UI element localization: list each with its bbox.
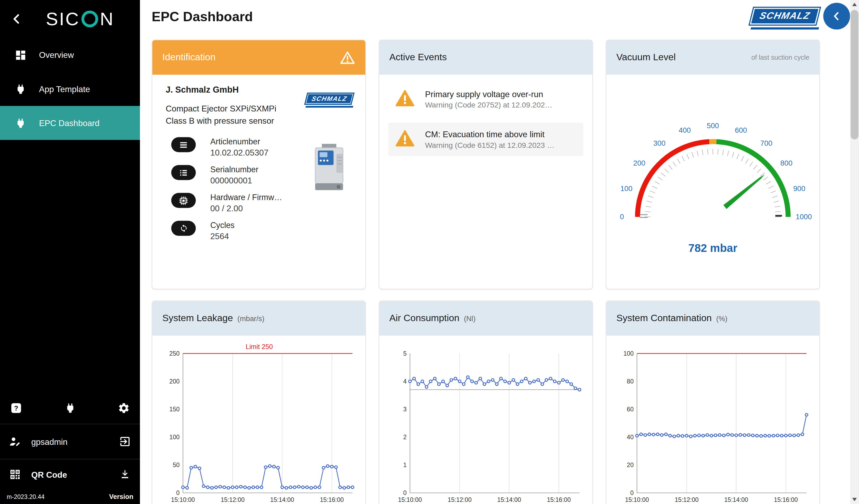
qr-code-icon: [9, 469, 21, 480]
leakage-chart-area: 15:10:0015:12:0015:14:0015:16:0005010015…: [152, 336, 365, 504]
event-title: Primary supply voltage over-run: [425, 89, 553, 99]
field-serialnumber: Serialnumber 000000001: [171, 165, 316, 185]
event-item[interactable]: CM: Evacuation time above limit Warning …: [388, 123, 583, 156]
event-item[interactable]: Primary supply voltage over-run Warning …: [388, 82, 583, 116]
panel-collapse-button[interactable]: [823, 3, 850, 30]
sidebar-item-epc-dashboard[interactable]: EPC Dashboard: [0, 106, 140, 140]
page-title: EPC Dashboard: [152, 9, 253, 25]
field-value: 10.02.02.05307: [210, 148, 269, 157]
plug-icon: [64, 402, 76, 414]
list-icon: [171, 165, 196, 180]
svg-text:4: 4: [403, 378, 407, 385]
svg-text:900: 900: [793, 184, 805, 193]
triangle-down-icon: [853, 498, 857, 501]
leakage-line-chart: 15:10:0015:12:0015:14:0015:16:0005010015…: [159, 339, 358, 504]
sidebar-header: SICN: [0, 0, 140, 38]
vertical-scrollbar[interactable]: [850, 0, 859, 504]
active-events-card-header: Active Events: [379, 40, 592, 75]
sidebar-collapse-button[interactable]: [8, 10, 26, 28]
card-title: Air Consumption: [389, 312, 459, 324]
sync-icon: [171, 221, 196, 236]
contamination-chart-area: 15:10:0015:12:0015:14:0015:16:0002040608…: [606, 336, 819, 504]
svg-text:15:14:00: 15:14:00: [724, 496, 748, 503]
svg-text:700: 700: [760, 139, 772, 147]
air-chart-area: 15:10:0015:12:0015:14:0015:16:00012345: [379, 336, 592, 504]
svg-text:1: 1: [403, 461, 407, 469]
svg-text:3: 3: [403, 406, 407, 413]
svg-text:20: 20: [627, 461, 634, 469]
system-contamination-card: System Contamination (%) 15:10:0015:12:0…: [606, 301, 820, 504]
sidebar-item-label: App Template: [39, 84, 90, 94]
sidebar-item-app-template[interactable]: App Template: [0, 72, 140, 106]
svg-text:60: 60: [627, 406, 634, 413]
app-plug-button[interactable]: [64, 402, 76, 414]
version-label: Version: [109, 493, 133, 501]
logout-button[interactable]: [119, 436, 131, 448]
vacuum-level-card: Vacuum Level of last suction cycle 01002…: [606, 40, 820, 289]
svg-text:15:12:00: 15:12:00: [675, 496, 698, 503]
system-contamination-card-header: System Contamination (%): [606, 301, 819, 335]
chevron-left-icon: [10, 12, 24, 26]
logo-text-pre: SIC: [46, 9, 80, 30]
settings-button[interactable]: [118, 402, 130, 414]
app-window: SICN Overview App Template EPC Dashb: [0, 0, 859, 504]
sicon-logo: SICN: [26, 9, 135, 30]
plug-icon: [15, 83, 27, 95]
svg-text:150: 150: [169, 406, 180, 413]
triangle-up-icon: [853, 3, 857, 6]
scroll-up-button[interactable]: [850, 0, 859, 9]
field-label: Cycles: [210, 221, 235, 230]
active-events-card: Active Events Primary supply voltage ove…: [379, 40, 593, 289]
warning-icon: [340, 50, 355, 64]
svg-text:5: 5: [403, 350, 407, 357]
svg-text:500: 500: [707, 122, 719, 130]
system-leakage-card-header: System Leakage (mbar/s): [152, 301, 365, 335]
card-title: Active Events: [389, 52, 447, 63]
svg-text:80: 80: [627, 378, 634, 385]
product-description: Compact Ejector SXPi/SXMPi Class B with …: [166, 103, 300, 127]
svg-text:0: 0: [620, 213, 624, 221]
field-value: 000000001: [210, 176, 258, 185]
card-title: System Contamination: [616, 312, 712, 324]
svg-text:15:14:00: 15:14:00: [497, 496, 521, 503]
field-label: Hardware / Firmw…: [210, 193, 282, 202]
sidebar-item-label: EPC Dashboard: [39, 118, 100, 128]
svg-text:15:12:00: 15:12:00: [448, 496, 471, 503]
field-value: 00 / 2.00: [210, 203, 282, 213]
field-label: Articlenumber: [210, 137, 269, 146]
version-value: m-2023.20.44: [6, 493, 45, 500]
card-title: Vacuum Level: [616, 52, 676, 63]
svg-text:200: 200: [169, 378, 180, 385]
help-button[interactable]: ?: [10, 402, 22, 414]
svg-text:15:14:00: 15:14:00: [270, 496, 294, 503]
brand-text: SCHMALZ: [758, 11, 812, 22]
event-title: CM: Evacuation time above limit: [425, 129, 555, 139]
air-consumption-card-header: Air Consumption (Nl): [379, 301, 592, 335]
sidebar-qr-row[interactable]: QR Code: [0, 459, 140, 490]
svg-text:50: 50: [173, 461, 180, 469]
sidebar-menu: Overview App Template EPC Dashboard: [0, 38, 140, 140]
svg-text:15:12:00: 15:12:00: [221, 496, 244, 503]
dashboard-icon: [15, 49, 27, 61]
logo-ring-icon: [81, 11, 98, 27]
field-hardware-firmware: Hardware / Firmw… 00 / 2.00: [171, 193, 316, 213]
event-detail: Warning (Code 20752) at 12.09.202…: [425, 101, 553, 109]
identification-body: J. Schmalz GmbH Compact Ejector SXPi/SXM…: [152, 75, 365, 251]
air-line-chart: 15:10:0015:12:0015:14:0015:16:00012345: [386, 339, 585, 504]
logo-text-post: N: [100, 9, 114, 30]
sidebar-user-row[interactable]: gpsadmin: [0, 424, 140, 459]
svg-text:40: 40: [627, 434, 634, 441]
svg-text:800: 800: [780, 159, 793, 167]
sidebar-item-label: Overview: [39, 50, 74, 60]
download-button[interactable]: [119, 469, 131, 480]
svg-text:15:16:00: 15:16:00: [547, 496, 571, 503]
vacuum-gauge: 01002003004005006007008009001000 782 mba…: [606, 75, 819, 289]
card-subtitle: of last suction cycle: [751, 54, 809, 61]
system-leakage-card: System Leakage (mbar/s) 15:10:0015:12:00…: [152, 301, 366, 504]
scroll-down-button[interactable]: [850, 495, 859, 504]
scrollbar-thumb[interactable]: [850, 10, 858, 139]
sidebar-item-overview[interactable]: Overview: [0, 38, 140, 72]
chip-icon: [171, 193, 196, 208]
svg-text:100: 100: [620, 184, 633, 193]
svg-text:?: ?: [14, 404, 18, 412]
